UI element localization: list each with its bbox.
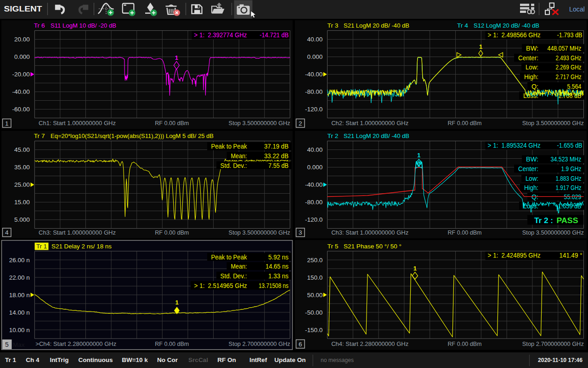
svg-text:1: 1 <box>5 120 9 127</box>
svg-text:Peak to Peak: Peak to Peak <box>211 253 248 261</box>
svg-text:40.00: 40.00 <box>307 146 322 153</box>
svg-text:-1.793 dB: -1.793 dB <box>557 31 582 39</box>
svg-text:Ch1: Start 1.000000000 GHz: Ch1: Start 1.000000000 GHz <box>39 120 116 126</box>
svg-text:40.00: 40.00 <box>307 36 322 43</box>
svg-text:S21 Delay 2 ns/ 18 ns: S21 Delay 2 ns/ 18 ns <box>51 243 112 250</box>
svg-text:> 1:: > 1: <box>194 31 204 39</box>
svg-text:250.0: 250.0 <box>307 257 322 264</box>
svg-text:1: 1 <box>413 265 417 272</box>
svg-text:RF 0.00 dBm: RF 0.00 dBm <box>448 229 482 236</box>
svg-text:1.883 GHz: 1.883 GHz <box>556 175 582 182</box>
svg-text:10.00 n: 10.00 n <box>9 327 30 334</box>
svg-text:5.564: 5.564 <box>567 83 582 90</box>
svg-text:-50.00: -50.00 <box>305 309 322 316</box>
svg-text:Update On: Update On <box>274 356 305 363</box>
svg-text:RF On: RF On <box>217 356 236 363</box>
svg-text:45.00: 45.00 <box>14 146 30 153</box>
svg-text:Stop 3.500000000 GHz: Stop 3.500000000 GHz <box>522 229 584 236</box>
svg-text:Eq=20*log10(S21/sqrt(1-pow(abs: Eq=20*log10(S21/sqrt(1-pow(abs(S11),2)))… <box>51 132 214 139</box>
svg-text:2.493 GHz: 2.493 GHz <box>556 54 582 62</box>
svg-text:1: 1 <box>175 54 178 61</box>
svg-text:15.00: 15.00 <box>14 199 30 206</box>
svg-text:Tr 2: Tr 2 <box>328 132 339 139</box>
svg-text:1.895324 GHz: 1.895324 GHz <box>502 142 541 149</box>
svg-text:Continuous: Continuous <box>79 356 113 363</box>
svg-text:SIGLENT: SIGLENT <box>4 5 42 13</box>
svg-text:Tr 1: Tr 1 <box>36 243 47 250</box>
svg-text:Stop 3.500000000 GHz: Stop 3.500000000 GHz <box>229 229 290 236</box>
svg-text:RF 0.00 dBm: RF 0.00 dBm <box>155 340 189 347</box>
svg-text:6: 6 <box>299 341 302 348</box>
svg-text:0.000: 0.000 <box>307 53 322 60</box>
svg-text:> 1:: > 1: <box>194 282 205 289</box>
svg-text:S11 LogM 10 dB/ -20 dB: S11 LogM 10 dB/ -20 dB <box>51 22 116 29</box>
svg-text:-120.0: -120.0 <box>305 216 322 223</box>
svg-text:> 1:: > 1: <box>488 142 498 149</box>
svg-text:Stop 2.700000000 GHz: Stop 2.700000000 GHz <box>522 340 584 347</box>
svg-text:50.00: 50.00 <box>307 292 322 299</box>
svg-text:SrcCal: SrcCal <box>188 356 208 363</box>
svg-text:RF 0.00 dBm: RF 0.00 dBm <box>155 120 189 126</box>
svg-text:13.71508 ns: 13.71508 ns <box>259 282 288 289</box>
svg-text:2020-11-10 17:46: 2020-11-10 17:46 <box>538 356 582 363</box>
svg-text:2.424895 GHz: 2.424895 GHz <box>502 252 541 259</box>
svg-text:1: 1 <box>175 299 178 306</box>
svg-text:Tr 2 :: Tr 2 : <box>534 216 553 224</box>
svg-text:26.00 n: 26.00 n <box>9 257 30 264</box>
svg-text:150.0: 150.0 <box>307 274 322 281</box>
svg-text:2.717 GHz: 2.717 GHz <box>556 73 582 80</box>
svg-text:High:: High: <box>524 73 538 80</box>
svg-text:Tr 1: Tr 1 <box>5 356 17 363</box>
svg-text:-14.721 dB: -14.721 dB <box>260 31 288 39</box>
svg-text:1: 1 <box>417 152 420 159</box>
svg-text:-40.00: -40.00 <box>12 88 29 95</box>
svg-text:2.392774 GHz: 2.392774 GHz <box>208 31 247 39</box>
svg-text:5.000: 5.000 <box>14 216 30 223</box>
svg-text:14.65 ns: 14.65 ns <box>266 263 288 270</box>
svg-text:No Cor: No Cor <box>157 356 178 363</box>
svg-text:Ch2: Start 1.000000000 GHz: Ch2: Start 1.000000000 GHz <box>331 120 408 126</box>
svg-text:IntTrig: IntTrig <box>50 356 68 363</box>
svg-text:0.000: 0.000 <box>307 164 322 171</box>
svg-text:S21 LogM 20 dB/ -40 dB: S21 LogM 20 dB/ -40 dB <box>344 22 409 29</box>
svg-text:33.22 dB: 33.22 dB <box>264 152 288 160</box>
svg-text:22.00 n: 22.00 n <box>9 274 30 281</box>
svg-text:2.498566 GHz: 2.498566 GHz <box>502 31 541 39</box>
svg-text:141.49 °: 141.49 ° <box>560 252 582 259</box>
svg-text:14.00 n: 14.00 n <box>9 309 30 316</box>
svg-text:-150.0: -150.0 <box>305 327 322 334</box>
svg-text:5: 5 <box>5 341 9 348</box>
svg-text:3: 3 <box>299 229 302 236</box>
svg-text:BW=10 k: BW=10 k <box>122 356 148 363</box>
svg-text:25.00: 25.00 <box>14 181 30 188</box>
svg-text:S12 LogM 20 dB/ -40 dB: S12 LogM 20 dB/ -40 dB <box>474 22 539 29</box>
svg-text:> 1:: > 1: <box>488 31 498 39</box>
svg-text:S21 Phase 50 °/ 50 °: S21 Phase 50 °/ 50 ° <box>344 243 401 250</box>
svg-text:Stop 2.700000000 GHz: Stop 2.700000000 GHz <box>229 340 290 347</box>
svg-text:-1.655 dB: -1.655 dB <box>557 142 582 149</box>
svg-text:Stop 3.500000000 GHz: Stop 3.500000000 GHz <box>229 120 290 126</box>
svg-text:-40.00: -40.00 <box>305 71 322 78</box>
svg-text:BW:: BW: <box>526 155 538 163</box>
svg-text:RF 0.00 dBm: RF 0.00 dBm <box>155 229 189 236</box>
svg-text:1.33 ns: 1.33 ns <box>268 272 288 280</box>
svg-text:-40.00: -40.00 <box>305 181 322 188</box>
svg-text:Mean:: Mean: <box>231 152 247 160</box>
svg-text:IntRef: IntRef <box>249 356 267 363</box>
svg-text:5.92 ns: 5.92 ns <box>268 253 288 261</box>
svg-text:2.269 GHz: 2.269 GHz <box>556 63 582 71</box>
svg-text:2.514965 GHz: 2.514965 GHz <box>208 282 247 289</box>
svg-text:Low:: Low: <box>526 175 538 182</box>
svg-text:Tr 6: Tr 6 <box>34 22 45 29</box>
svg-text:34.523 MHz: 34.523 MHz <box>551 155 582 163</box>
svg-text:35.00: 35.00 <box>14 164 30 171</box>
svg-text:Ch3: Start 1.000000000 GHz: Ch3: Start 1.000000000 GHz <box>331 229 408 236</box>
svg-text:>Ch4: Start 2.280000000 GHz: >Ch4: Start 2.280000000 GHz <box>35 340 116 347</box>
svg-text:448.057 MHz: 448.057 MHz <box>548 45 582 52</box>
svg-text:20.00: 20.00 <box>14 36 30 43</box>
svg-text:Low:: Low: <box>526 63 538 71</box>
svg-text:Stop 3.500000000 GHz: Stop 3.500000000 GHz <box>522 120 584 126</box>
svg-text:Mean:: Mean: <box>231 263 247 270</box>
svg-text:4: 4 <box>5 229 9 236</box>
svg-text:1.9 GHz: 1.9 GHz <box>561 165 582 172</box>
